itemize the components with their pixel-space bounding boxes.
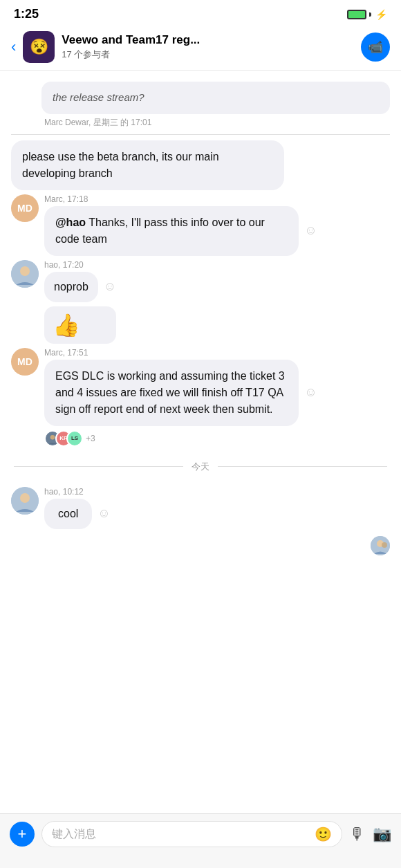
header-info: Veewo and Team17 reg... 17 个参与者	[62, 33, 361, 61]
divider-line-right	[218, 466, 387, 467]
message-row-hao-noprob: hao, 17:20 noprob ☺ 👍	[11, 260, 390, 344]
hao-noprob-content: hao, 17:20 noprob ☺ 👍	[44, 260, 116, 344]
battery-tip	[369, 12, 371, 17]
video-call-button[interactable]: 📹	[361, 33, 390, 62]
thumbs-up-sticker: 👍	[44, 306, 116, 344]
cool-reaction-avatar	[371, 536, 390, 555]
status-icons: ⚡	[347, 9, 387, 20]
message-row-hao-cool: hao, 10:12 cool ☺	[11, 487, 390, 529]
marc-initials-2: MD	[17, 356, 32, 367]
participant-count: 17 个参与者	[62, 48, 361, 61]
cool-reaction-avatar-row	[0, 533, 401, 558]
marc-thanks-content: Marc, 17:18 @hao Thanks, I'll pass this …	[44, 194, 317, 256]
battery-icon	[347, 10, 371, 19]
chat-area: the release stream? Marc Dewar, 星期三 的 17…	[0, 71, 401, 641]
message-row-marc-thanks: MD Marc, 17:18 @hao Thanks, I'll pass th…	[11, 194, 390, 256]
reaction-smiley-2[interactable]: ☺	[104, 279, 116, 294]
mention-hao: @hao	[55, 216, 86, 228]
chat-header: ‹ 😵 Veewo and Team17 reg... 17 个参与者 📹	[0, 26, 401, 71]
quote-continuation: the release stream? Marc Dewar, 星期三 的 17…	[41, 82, 390, 129]
svg-point-8	[382, 542, 387, 548]
quote-text: the release stream?	[53, 90, 379, 106]
marc-sender-time: Marc, 17:18	[44, 194, 317, 204]
hao-sender-time-2: hao, 10:12	[44, 487, 111, 497]
hao-avatar-svg-2	[11, 487, 39, 515]
reaction-smiley-1[interactable]: ☺	[304, 223, 317, 238]
hao-sender-time-1: hao, 17:20	[44, 260, 116, 270]
group-avatar: 😵	[23, 31, 55, 63]
hao-avatar-1	[11, 260, 39, 288]
date-divider: 今天	[0, 451, 401, 483]
input-bar: + 键入消息 🙂 🎙 📷	[0, 813, 401, 868]
reaction-avatar-group: KR LS +3	[44, 430, 317, 447]
marc-egs-content: Marc, 17:51 EGS DLC is working and assum…	[44, 348, 317, 447]
reaction-smiley-4[interactable]: ☺	[97, 506, 110, 521]
bolt-icon: ⚡	[375, 9, 387, 20]
mic-button[interactable]: 🎙	[349, 824, 366, 844]
bubble-noprob: noprob	[44, 272, 98, 302]
emoji-button[interactable]: 🙂	[315, 826, 332, 842]
group-avatar-emoji: 😵	[30, 38, 48, 56]
hao-avatar-2	[11, 487, 39, 515]
plus-button[interactable]: +	[10, 822, 35, 847]
svg-point-5	[20, 493, 30, 503]
status-time: 1:25	[14, 7, 39, 21]
svg-point-3	[50, 435, 55, 440]
divider-line	[11, 134, 390, 135]
marc-sender-time-2: Marc, 17:51	[44, 348, 317, 358]
marc-initials: MD	[17, 203, 32, 214]
chat-title: Veewo and Team17 reg...	[62, 33, 361, 47]
message-row-beta: please use the beta branch, its our main…	[11, 140, 390, 190]
hao-avatar-svg	[11, 260, 39, 288]
reaction-avatar-ls: LS	[66, 430, 83, 447]
camera-button[interactable]: 📷	[373, 825, 391, 843]
hao-cool-content: hao, 10:12 cool ☺	[44, 487, 111, 529]
message-input[interactable]: 键入消息	[52, 827, 309, 842]
back-button[interactable]: ‹	[11, 38, 16, 56]
bubble-marc-egs: EGS DLC is working and assuming the tick…	[44, 360, 299, 426]
message-input-wrap[interactable]: 键入消息 🙂	[41, 821, 342, 847]
marc-avatar-2: MD	[11, 348, 39, 376]
plus-icon: +	[18, 827, 27, 842]
message-row-marc-egs: MD Marc, 17:51 EGS DLC is working and as…	[11, 348, 390, 447]
quote-sender-time: Marc Dewar, 星期三 的 17:01	[41, 117, 390, 129]
bubble-beta: please use the beta branch, its our main…	[11, 140, 284, 190]
video-call-icon: 📹	[368, 39, 383, 55]
bubble-marc-thanks: @hao Thanks, I'll pass this info over to…	[44, 206, 299, 256]
reaction-smiley-3[interactable]: ☺	[304, 385, 317, 400]
bubble-cool: cool	[44, 499, 92, 529]
divider-line-left	[14, 466, 183, 467]
date-label: 今天	[192, 461, 209, 473]
svg-point-1	[20, 266, 30, 276]
reaction-more-count: +3	[86, 434, 95, 443]
battery-body	[347, 10, 366, 19]
status-bar: 1:25 ⚡	[0, 0, 401, 26]
marc-avatar: MD	[11, 194, 39, 222]
